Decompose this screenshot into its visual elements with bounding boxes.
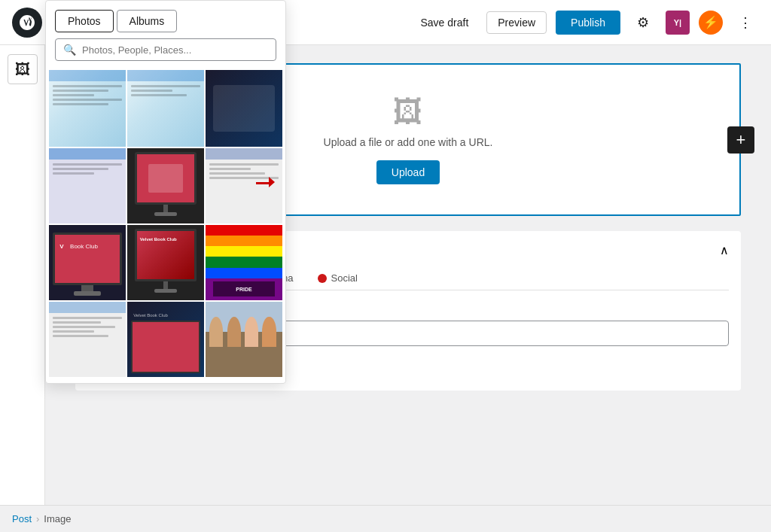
photo-item[interactable] bbox=[49, 302, 126, 377]
gear-button[interactable]: ⚙ bbox=[629, 9, 657, 36]
photo-grid: V Book Club Velvet Book Club P bbox=[46, 67, 285, 383]
tab-social-label: Social bbox=[331, 272, 358, 284]
bolt-icon: ⚡ bbox=[699, 11, 723, 35]
photo-item[interactable]: PRIDE bbox=[206, 225, 282, 300]
gear-icon: ⚙ bbox=[637, 14, 649, 31]
photo-item[interactable] bbox=[127, 70, 204, 147]
photo-item[interactable]: Velvet Book Club bbox=[127, 302, 204, 377]
breadcrumb: Post › Image bbox=[0, 505, 771, 532]
tab-social[interactable]: Social bbox=[306, 266, 370, 290]
more-icon: ⋮ bbox=[739, 14, 752, 31]
upload-button[interactable]: Upload bbox=[376, 160, 440, 184]
publish-button[interactable]: Publish bbox=[556, 11, 620, 35]
yoast-collapse-icon[interactable]: ∧ bbox=[720, 243, 729, 257]
photo-item[interactable] bbox=[127, 148, 204, 223]
tab-photos[interactable]: Photos bbox=[55, 10, 114, 32]
breadcrumb-separator: › bbox=[36, 513, 39, 524]
breadcrumb-image: Image bbox=[44, 513, 71, 524]
photo-item[interactable] bbox=[206, 70, 282, 147]
sidebar-image-button[interactable]: 🖼 bbox=[8, 54, 38, 84]
wp-logo bbox=[12, 8, 42, 38]
image-icon: 🖼 bbox=[15, 61, 30, 78]
photo-picker-tabs: Photos Albums bbox=[46, 1, 285, 32]
search-icon: 🔍 bbox=[63, 44, 76, 56]
photo-item[interactable] bbox=[206, 302, 282, 377]
breadcrumb-post[interactable]: Post bbox=[12, 513, 32, 524]
photo-search-container: 🔍 bbox=[55, 38, 276, 61]
photo-item[interactable] bbox=[206, 148, 282, 223]
social-status-dot bbox=[318, 274, 327, 283]
left-sidebar: 🖼 bbox=[0, 45, 45, 532]
tab-albums[interactable]: Albums bbox=[117, 10, 178, 32]
photo-picker-panel: Photos Albums 🔍 bbox=[45, 0, 286, 384]
plus-icon: + bbox=[736, 130, 746, 150]
photo-item[interactable]: V Book Club bbox=[49, 225, 126, 300]
more-options-button[interactable]: ⋮ bbox=[732, 9, 759, 36]
photo-item[interactable] bbox=[49, 70, 126, 147]
photo-item[interactable] bbox=[49, 148, 126, 223]
save-draft-button[interactable]: Save draft bbox=[411, 12, 477, 33]
image-placeholder-icon: 🖼 bbox=[393, 95, 423, 129]
preview-button[interactable]: Preview bbox=[486, 11, 547, 34]
photo-search-input[interactable] bbox=[82, 44, 268, 56]
wordpress-icon bbox=[18, 14, 36, 32]
yoast-seo-icon: Y| bbox=[666, 11, 690, 35]
add-block-button[interactable]: + bbox=[727, 126, 754, 154]
photo-item[interactable]: Velvet Book Club bbox=[127, 225, 204, 300]
image-upload-text: Upload a file or add one with a URL. bbox=[324, 136, 493, 148]
